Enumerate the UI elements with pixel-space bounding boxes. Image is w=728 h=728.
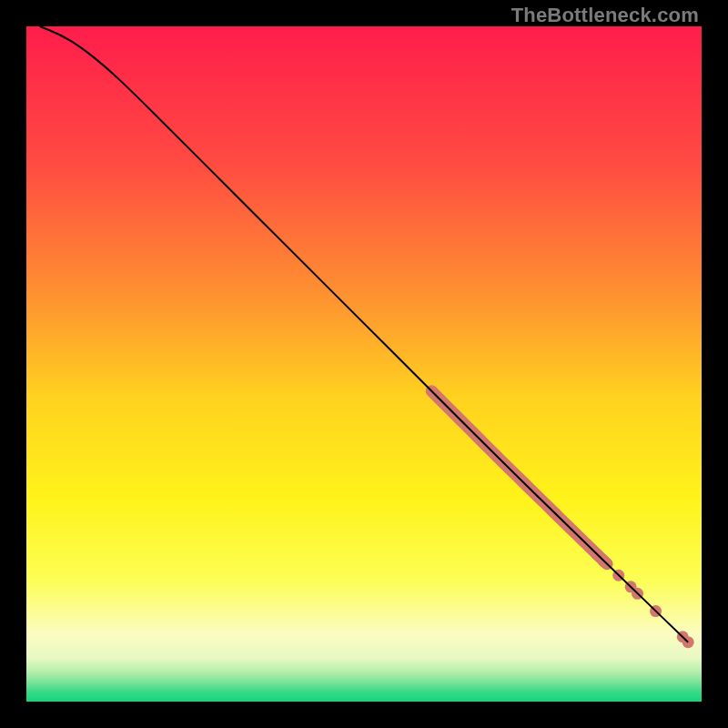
chart-svg	[26, 26, 702, 702]
gradient-background	[26, 26, 702, 702]
chart-stage: TheBottleneck.com	[0, 0, 728, 728]
watermark-text: TheBottleneck.com	[511, 4, 699, 27]
chart-plot-area	[26, 26, 702, 702]
